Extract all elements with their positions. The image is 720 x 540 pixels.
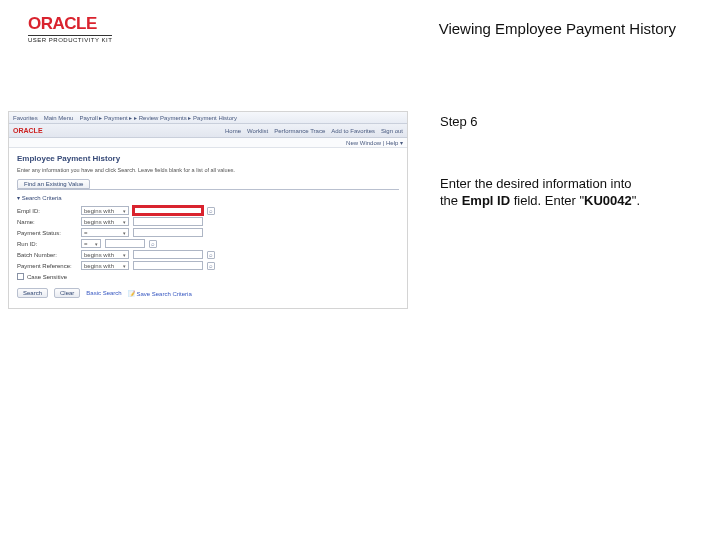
search-button[interactable]: Search xyxy=(17,288,48,298)
nav-mainmenu: Main Menu xyxy=(44,115,74,121)
instruction-text: Enter the desired information into the E… xyxy=(440,175,680,210)
label-runid: Run ID: xyxy=(17,241,77,247)
row-emplid: Empl ID: begins with ⌕ xyxy=(17,205,399,216)
page-title: Viewing Employee Payment History xyxy=(439,14,692,37)
input-runid[interactable] xyxy=(105,239,145,248)
clear-button[interactable]: Clear xyxy=(54,288,80,298)
row-batch: Batch Number: begins with ⌕ xyxy=(17,249,399,260)
label-payref: Payment Reference: xyxy=(17,263,77,269)
oracle-upk-logo: ORACLE USER PRODUCTIVITY KIT xyxy=(28,14,112,43)
case-sensitive-checkbox[interactable] xyxy=(17,273,24,280)
subbar-links: New Window | Help ▾ xyxy=(346,139,403,146)
label-paystatus: Payment Status: xyxy=(17,230,77,236)
op-paystatus[interactable]: = xyxy=(81,228,129,237)
nav-favorites: Favorites xyxy=(13,115,38,121)
input-batch[interactable] xyxy=(133,250,203,259)
lookup-icon[interactable]: ⌕ xyxy=(207,251,215,259)
row-name: Name: begins with xyxy=(17,216,399,227)
input-name[interactable] xyxy=(133,217,203,226)
link-home: Home xyxy=(225,128,241,134)
field-value: KU0042 xyxy=(584,193,632,208)
app-page-desc: Enter any information you have and click… xyxy=(17,167,399,173)
app-header: ORACLE Home Worklist Performance Trace A… xyxy=(9,124,407,138)
link-perf: Performance Trace xyxy=(274,128,325,134)
label-batch: Batch Number: xyxy=(17,252,77,258)
case-sensitive-label: Case Sensitive xyxy=(27,274,67,280)
op-runid[interactable]: = xyxy=(81,239,101,248)
case-sensitive-row: Case Sensitive xyxy=(17,273,399,280)
lookup-icon[interactable]: ⌕ xyxy=(149,240,157,248)
lookup-icon[interactable]: ⌕ xyxy=(207,262,215,270)
save-search-link[interactable]: 📝 Save Search Criteria xyxy=(128,290,192,297)
link-addfav: Add to Favorites xyxy=(331,128,375,134)
app-screenshot: Favorites Main Menu Payroll ▸ Payment ▸ … xyxy=(8,111,408,309)
oracle-app-logo: ORACLE xyxy=(13,127,43,134)
op-name[interactable]: begins with xyxy=(81,217,129,226)
row-paystatus: Payment Status: = xyxy=(17,227,399,238)
row-payref: Payment Reference: begins with ⌕ xyxy=(17,260,399,271)
oracle-wordmark: ORACLE xyxy=(28,14,97,34)
label-emplid: Empl ID: xyxy=(17,208,77,214)
label-name: Name: xyxy=(17,219,77,225)
sub-toolbar: New Window | Help ▾ xyxy=(9,138,407,148)
op-batch[interactable]: begins with xyxy=(81,250,129,259)
field-name: Empl ID xyxy=(462,193,510,208)
input-paystatus[interactable] xyxy=(133,228,203,237)
search-panel: Search Criteria Empl ID: begins with ⌕ N… xyxy=(17,189,399,298)
upk-subtext: USER PRODUCTIVITY KIT xyxy=(28,35,112,43)
button-row: Search Clear Basic Search 📝 Save Search … xyxy=(17,288,399,298)
app-body: Employee Payment History Enter any infor… xyxy=(9,148,407,308)
link-worklist: Worklist xyxy=(247,128,268,134)
op-payref[interactable]: begins with xyxy=(81,261,129,270)
app-page-title: Employee Payment History xyxy=(17,154,399,163)
link-signout: Sign out xyxy=(381,128,403,134)
breadcrumb: Payroll ▸ Payment ▸ ▸ Review Payments ▸ … xyxy=(79,114,237,121)
page-header: ORACLE USER PRODUCTIVITY KIT Viewing Emp… xyxy=(0,0,720,43)
step-label: Step 6 xyxy=(440,113,680,131)
lookup-icon[interactable]: ⌕ xyxy=(207,207,215,215)
basic-search-link[interactable]: Basic Search xyxy=(86,290,121,296)
input-payref[interactable] xyxy=(133,261,203,270)
search-criteria-header: Search Criteria xyxy=(17,194,399,201)
op-emplid[interactable]: begins with xyxy=(81,206,129,215)
breadcrumb-bar: Favorites Main Menu Payroll ▸ Payment ▸ … xyxy=(9,112,407,124)
row-runid: Run ID: = ⌕ xyxy=(17,238,399,249)
instruction-pane: Step 6 Enter the desired information int… xyxy=(408,111,680,210)
input-emplid[interactable] xyxy=(133,206,203,215)
content-row: Favorites Main Menu Payroll ▸ Payment ▸ … xyxy=(0,111,720,309)
tab-find-existing: Find an Existing Value xyxy=(17,179,90,189)
